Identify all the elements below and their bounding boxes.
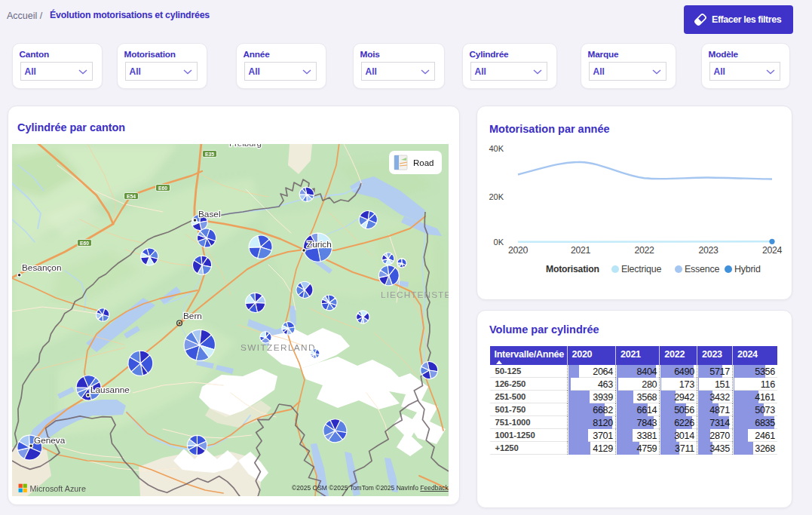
svg-text:0K: 0K	[494, 238, 504, 247]
svg-text:2021: 2021	[571, 245, 591, 256]
svg-text:Zurich: Zurich	[307, 239, 332, 250]
svg-text:Electrique: Electrique	[621, 264, 661, 274]
svg-text:E54: E54	[127, 194, 136, 199]
svg-text:Microsoft Azure: Microsoft Azure	[30, 484, 86, 493]
svg-text:Essence: Essence	[685, 264, 719, 274]
svg-text:Bern: Bern	[183, 311, 202, 321]
svg-text:20K: 20K	[489, 192, 504, 201]
svg-text:2024: 2024	[762, 245, 783, 256]
svg-text:E60: E60	[80, 241, 89, 246]
svg-text:Besançon: Besançon	[22, 262, 61, 273]
svg-text:E35: E35	[205, 152, 214, 157]
svg-text:LIECHTENSTE: LIECHTENSTE	[381, 290, 449, 300]
svg-text:40K: 40K	[489, 144, 504, 153]
svg-text:Freiburg: Freiburg	[229, 144, 262, 148]
svg-text:2023: 2023	[698, 245, 719, 256]
svg-text:SWITZERLAND: SWITZERLAND	[241, 342, 316, 353]
svg-text:Basel: Basel	[198, 209, 221, 219]
svg-text:2020: 2020	[508, 245, 529, 256]
svg-text:Lausanne: Lausanne	[90, 385, 130, 395]
svg-text:Road: Road	[413, 158, 434, 167]
svg-text:2022: 2022	[634, 245, 654, 256]
svg-text:©2025 OSM ©2025 TomTom ©2025: ©2025 OSM ©2025 TomTom ©2025 NavInfo Fee…	[292, 484, 449, 492]
svg-text:E60: E60	[158, 185, 167, 191]
svg-text:Geneva: Geneva	[34, 435, 66, 446]
svg-text:Motorisation: Motorisation	[546, 264, 599, 274]
svg-text:Hybrid: Hybrid	[734, 264, 761, 274]
